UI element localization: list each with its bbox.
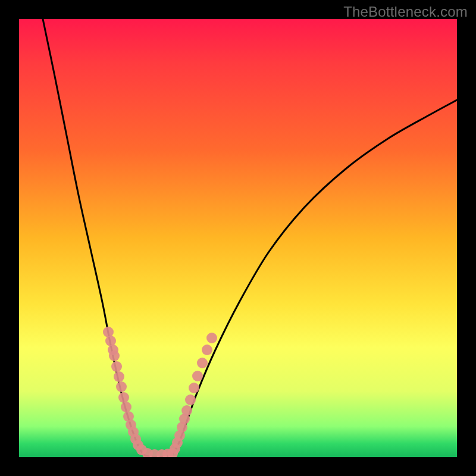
data-dot (185, 394, 196, 405)
data-dot (197, 358, 208, 368)
watermark-text: TheBottleneck.com (343, 4, 468, 20)
bottleneck-curve (43, 19, 457, 457)
data-dot (111, 361, 122, 372)
v-curve-path (43, 19, 457, 457)
data-dot (118, 392, 129, 403)
data-dot (121, 402, 131, 412)
data-dot (114, 371, 124, 382)
outer-frame: TheBottleneck.com (0, 0, 476, 476)
data-dot (192, 371, 203, 381)
chart-svg (19, 19, 457, 457)
data-dot (109, 350, 120, 361)
data-dot (116, 381, 127, 392)
data-dot (206, 333, 217, 343)
data-dots (103, 327, 217, 457)
data-dot (202, 345, 212, 355)
data-dot (189, 383, 199, 393)
plot-area (19, 19, 457, 457)
data-dot (181, 405, 192, 416)
